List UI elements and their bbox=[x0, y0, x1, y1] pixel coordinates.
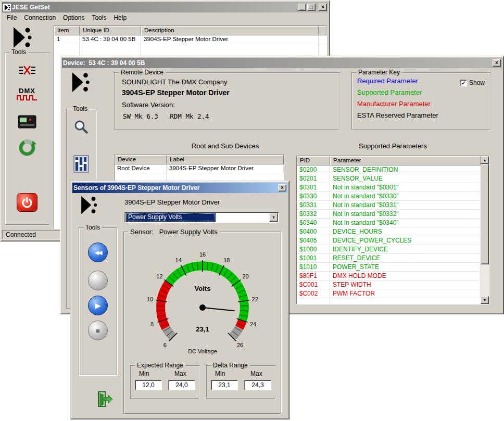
window-title: Sensors of 3904S-EP Stepper Motor Driver bbox=[73, 184, 277, 192]
scrollbar-track[interactable] bbox=[481, 164, 489, 296]
table-row[interactable]: $1000IDENTIFY_DEVICE bbox=[297, 245, 481, 254]
col-item[interactable]: Item bbox=[54, 26, 80, 35]
devices-table-rows: Root Device3904S-EP Stepper Motor Driver bbox=[115, 164, 284, 173]
col-pid[interactable]: PID bbox=[297, 156, 330, 165]
table-cell: $1001 bbox=[297, 254, 330, 262]
faders-icon[interactable] bbox=[73, 155, 89, 174]
table-cell: $0330 bbox=[297, 192, 330, 200]
software-version-label: Software Version: bbox=[122, 101, 175, 109]
window-title: Device: 53 4C : 39 04 00 5B bbox=[63, 59, 492, 67]
table-row[interactable]: $0301Not in standard "$0301" bbox=[297, 183, 481, 192]
sensor-display-legend: Sensor: Power Supply Volts bbox=[128, 228, 220, 236]
table-row[interactable]: $0340Not in standard "$0340" bbox=[297, 219, 481, 227]
play-icon: ▶ bbox=[95, 301, 101, 310]
sensors-tools-group: Tools ◀◀ ▶ ■ bbox=[79, 227, 117, 375]
device-panel-icon[interactable] bbox=[18, 115, 36, 130]
stop-button[interactable]: ■ bbox=[88, 321, 108, 340]
sensor-display-group: Sensor: Power Supply Volts 6810121416182… bbox=[123, 232, 281, 414]
col-description[interactable]: Description bbox=[141, 26, 319, 35]
table-row[interactable]: $0201SENSOR_VALUE bbox=[297, 174, 481, 183]
expected-min-field[interactable]: 12,0 bbox=[135, 380, 162, 390]
jese-app-icon bbox=[3, 4, 11, 11]
close-button[interactable]: × bbox=[278, 184, 286, 192]
maximize-button[interactable]: □ bbox=[307, 4, 316, 11]
scroll-up-button[interactable]: ▲ bbox=[481, 156, 489, 164]
sensor-select[interactable]: Power Supply Volts ▼ bbox=[124, 212, 279, 223]
close-button[interactable]: × bbox=[319, 4, 327, 11]
col-unique-id[interactable]: Unique ID bbox=[80, 26, 141, 35]
menu-connection[interactable]: Connection bbox=[20, 13, 59, 22]
menu-options[interactable]: Options bbox=[59, 13, 88, 22]
table-cell: RESET_DEVICE bbox=[330, 254, 481, 262]
device-titlebar[interactable]: Device: 53 4C : 39 04 00 5B × bbox=[62, 58, 502, 68]
gauge-hub bbox=[199, 304, 206, 311]
table-row[interactable]: $0332Not in standard "$0332" bbox=[297, 210, 481, 219]
expected-max-field[interactable]: 24,0 bbox=[168, 380, 195, 390]
scrollbar[interactable]: ▲ ▼ bbox=[481, 156, 489, 304]
col-label[interactable]: Label bbox=[167, 155, 284, 164]
scroll-down-button[interactable]: ▼ bbox=[481, 296, 489, 304]
table-row[interactable]: $1001RESET_DEVICE bbox=[297, 254, 481, 263]
col-device[interactable]: Device bbox=[115, 155, 167, 164]
gauge-needle bbox=[203, 308, 235, 311]
table-row[interactable]: $0405DEVICE_POWER_CYCLES bbox=[297, 236, 481, 245]
connector-icon[interactable] bbox=[18, 64, 36, 78]
delta-max-field[interactable]: 24,3 bbox=[244, 380, 271, 390]
power-button[interactable] bbox=[17, 193, 37, 212]
table-cell: DEVICE_HOURS bbox=[330, 227, 481, 236]
exit-icon[interactable] bbox=[96, 391, 113, 409]
power-icon bbox=[21, 196, 33, 209]
stop-icon: ■ bbox=[96, 327, 100, 335]
dmx-icon[interactable]: DMX bbox=[17, 87, 37, 103]
table-cell: DEVICE_POWER_CYCLES bbox=[330, 236, 481, 245]
gauge-tick-label: 24 bbox=[250, 321, 256, 327]
combo-dropdown-button[interactable]: ▼ bbox=[269, 213, 278, 222]
expected-range-legend: Expected Range bbox=[135, 362, 185, 369]
gauge-tick-label: 8 bbox=[150, 321, 154, 327]
table-header: PID Parameter bbox=[297, 156, 481, 165]
window-sensors: Sensors of 3904S-EP Stepper Motor Driver… bbox=[70, 181, 289, 419]
rewind-icon: ◀◀ bbox=[95, 249, 102, 256]
table-row[interactable]: Root Device3904S-EP Stepper Motor Driver bbox=[115, 164, 284, 173]
show-checkbox-group: ✓ Show bbox=[460, 79, 485, 86]
menu-help[interactable]: Help bbox=[110, 13, 130, 22]
params-section-title: Supported Parameters bbox=[296, 142, 489, 150]
table-row[interactable]: $0400DEVICE_HOURS bbox=[297, 227, 481, 236]
col-parameter[interactable]: Parameter bbox=[330, 156, 481, 165]
table-cell: Not in standard "$0340" bbox=[330, 219, 481, 227]
table-row[interactable]: $0330Not in standard "$0330" bbox=[297, 192, 481, 201]
delta-min-field[interactable]: 23,1 bbox=[211, 380, 238, 390]
record-button[interactable] bbox=[88, 271, 108, 290]
table-row[interactable]: $0200SENSOR_DEFINITION bbox=[297, 165, 481, 174]
gauge-caption: DC Voltage bbox=[188, 348, 217, 354]
gauge-tick-label: 22 bbox=[252, 296, 258, 302]
close-button[interactable]: × bbox=[493, 59, 501, 67]
getset-toolbar: Tools DMX bbox=[2, 23, 54, 229]
show-checkbox-label: Show bbox=[469, 79, 485, 86]
table-row[interactable]: $0331Not in standard "$0331" bbox=[297, 201, 481, 210]
table-cell: SENSOR_VALUE bbox=[330, 174, 481, 183]
table-cell: SENSOR_DEFINITION bbox=[330, 165, 481, 174]
table-row[interactable]: 153 4C : 39 04 00 5B3904S-EP Stepper Mot… bbox=[54, 35, 326, 44]
scrollbar-thumb[interactable] bbox=[481, 164, 489, 264]
tools-legend: Tools bbox=[83, 224, 102, 231]
table-row[interactable]: $80F1DMX HOLD MODE bbox=[297, 272, 481, 280]
table-row[interactable]: $1010POWER_STATE bbox=[297, 263, 481, 272]
play-button[interactable]: ▶ bbox=[88, 296, 108, 315]
min-label: Min bbox=[215, 370, 225, 377]
getset-table-rows: 153 4C : 39 04 00 5B3904S-EP Stepper Mot… bbox=[54, 35, 326, 44]
delta-range-group: Delta Range Min Max 23,1 24,3 bbox=[206, 365, 275, 399]
getset-titlebar[interactable]: JESE GetSet _ □ × bbox=[2, 2, 328, 12]
menu-tools[interactable]: Tools bbox=[88, 13, 110, 22]
refresh-icon[interactable] bbox=[17, 138, 37, 159]
show-checkbox[interactable]: ✓ bbox=[460, 80, 467, 86]
params-table-rows: $0200SENSOR_DEFINITION$0201SENSOR_VALUE$… bbox=[297, 165, 481, 298]
menu-file[interactable]: File bbox=[3, 13, 20, 22]
search-icon[interactable] bbox=[72, 119, 90, 138]
minimize-button[interactable]: _ bbox=[298, 4, 306, 11]
max-label: Max bbox=[250, 370, 262, 377]
table-row[interactable]: $C002PWM FACTOR bbox=[297, 289, 481, 298]
table-row[interactable]: $C001STEP WIDTH bbox=[297, 280, 481, 289]
rewind-button[interactable]: ◀◀ bbox=[88, 243, 108, 262]
sensors-titlebar[interactable]: Sensors of 3904S-EP Stepper Motor Driver… bbox=[72, 183, 287, 193]
